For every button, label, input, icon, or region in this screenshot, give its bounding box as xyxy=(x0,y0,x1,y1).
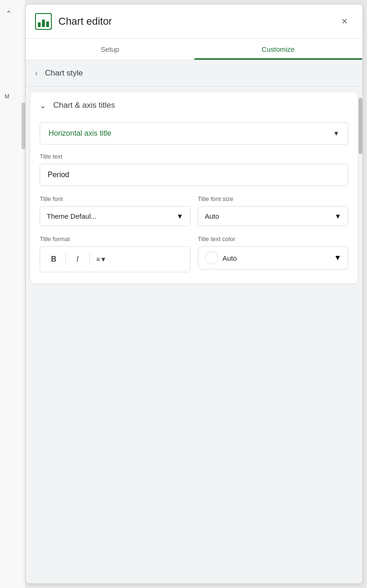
align-button[interactable]: ≡▼ xyxy=(93,251,109,267)
bar1 xyxy=(38,22,41,27)
left-scrollbar[interactable] xyxy=(21,103,25,149)
format-row: Title format B I ≡▼ xyxy=(40,228,348,272)
chart-axis-titles-header[interactable]: ⌄ Chart & axis titles xyxy=(30,92,358,118)
title-font-size-dropdown[interactable]: Auto ▼ xyxy=(198,206,349,226)
right-scrollbar[interactable] xyxy=(359,98,362,154)
chart-axis-titles-section: ⌄ Chart & axis titles Horizontal axis ti… xyxy=(30,92,358,284)
panel-body: › Chart style ⌄ Chart & axis titles Hori… xyxy=(26,60,362,583)
title-font-size-arrow-icon: ▼ xyxy=(334,212,341,220)
format-divider-2 xyxy=(89,254,90,265)
chart-editor-panel: Chart editor × Setup Customize › Chart s… xyxy=(26,5,362,583)
chevron-down-icon: ⌄ xyxy=(40,101,46,110)
chart-editor-icon xyxy=(35,13,52,30)
panel-header: Chart editor × xyxy=(26,5,362,39)
title-text-color-group: Title text color Auto ▼ xyxy=(198,228,349,272)
axis-title-dropdown[interactable]: Horizontal axis title ▼ xyxy=(40,122,348,145)
title-format-label: Title format xyxy=(40,235,191,242)
title-font-size-label: Title font size xyxy=(198,195,349,202)
tabs-row: Setup Customize xyxy=(26,39,362,60)
title-font-dropdown[interactable]: Theme Defaul... ▼ xyxy=(40,206,191,226)
align-icon: ≡▼ xyxy=(96,256,106,263)
chart-axis-titles-label: Chart & axis titles xyxy=(53,101,115,110)
bar2 xyxy=(42,20,45,27)
title-font-group: Title font Theme Defaul... ▼ xyxy=(40,188,191,226)
chart-axis-titles-content: Horizontal axis title ▼ Title text Title… xyxy=(30,118,358,284)
axis-title-selected: Horizontal axis title xyxy=(49,129,111,138)
format-divider-1 xyxy=(65,254,66,265)
bold-button[interactable]: B xyxy=(46,251,62,267)
close-button[interactable]: × xyxy=(336,13,353,30)
color-dropdown-arrow-icon: ▼ xyxy=(334,254,341,262)
chart-style-section[interactable]: › Chart style xyxy=(26,60,362,87)
italic-button[interactable]: I xyxy=(70,251,85,267)
color-value: Auto xyxy=(223,254,330,262)
tab-setup[interactable]: Setup xyxy=(26,39,194,60)
font-row: Title font Theme Defaul... ▼ Title font … xyxy=(40,188,348,226)
title-text-color-label: Title text color xyxy=(198,235,349,242)
tab-customize[interactable]: Customize xyxy=(194,39,363,60)
title-font-size-group: Title font size Auto ▼ xyxy=(198,188,349,226)
title-font-arrow-icon: ▼ xyxy=(176,212,184,220)
chart-style-label: Chart style xyxy=(45,69,83,78)
title-format-group: Title format B I ≡▼ xyxy=(40,228,191,272)
axis-dropdown-arrow-icon: ▼ xyxy=(333,130,339,137)
title-font-size-value: Auto xyxy=(205,212,335,220)
title-text-color-dropdown[interactable]: Auto ▼ xyxy=(198,246,349,270)
title-text-label: Title text xyxy=(40,153,348,160)
panel-title: Chart editor xyxy=(58,15,336,28)
title-text-input[interactable] xyxy=(40,164,348,186)
color-swatch xyxy=(205,251,218,264)
collapse-arrow[interactable]: ⌃ xyxy=(6,9,12,18)
title-font-label: Title font xyxy=(40,195,191,202)
column-letter: M xyxy=(5,93,9,100)
chevron-right-icon: › xyxy=(35,69,37,77)
title-font-value: Theme Defaul... xyxy=(47,212,176,220)
format-buttons-container: B I ≡▼ xyxy=(40,246,191,272)
spreadsheet-left-strip: ⌃ M xyxy=(0,0,26,588)
bar3 xyxy=(46,21,49,27)
